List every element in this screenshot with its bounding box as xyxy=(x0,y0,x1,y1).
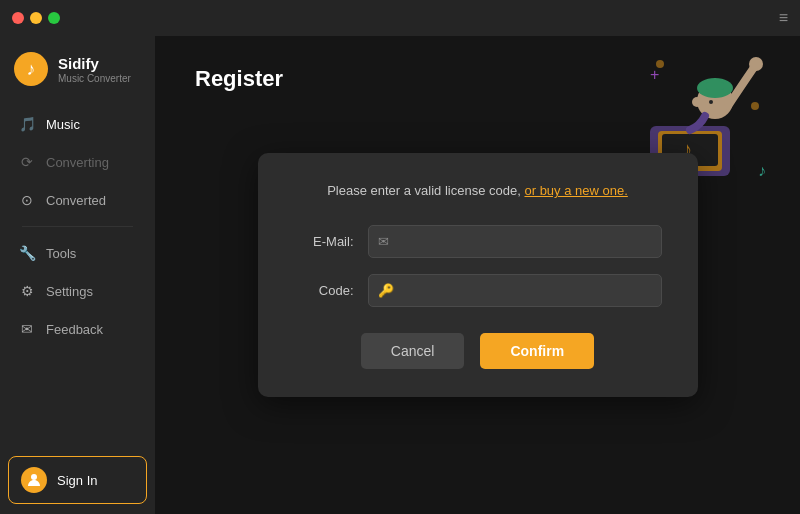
sidebar-item-label-settings: Settings xyxy=(46,284,93,299)
sidebar-item-tools[interactable]: 🔧 Tools xyxy=(8,235,147,271)
app-logo: ♪ Sidify Music Converter xyxy=(0,36,155,106)
sidebar-item-label-converting: Converting xyxy=(46,155,109,170)
sidebar: ♪ Sidify Music Converter 🎵 Music ⟳ Conve… xyxy=(0,36,155,514)
sidebar-item-settings[interactable]: ⚙ Settings xyxy=(8,273,147,309)
tools-icon: 🔧 xyxy=(18,244,36,262)
sidebar-item-label-converted: Converted xyxy=(46,193,106,208)
sidebar-bottom: Sign In xyxy=(0,448,155,504)
menu-icon[interactable]: ≡ xyxy=(779,9,788,27)
main-content: Register + ♪ ♪ xyxy=(155,36,800,514)
traffic-lights xyxy=(12,12,60,24)
sidebar-nav: 🎵 Music ⟳ Converting ⊙ Converted 🔧 Tools… xyxy=(0,106,155,448)
page-title: Register xyxy=(195,66,283,92)
register-modal: Please enter a valid license code, or bu… xyxy=(258,153,698,397)
cancel-button[interactable]: Cancel xyxy=(361,333,465,369)
sidebar-divider xyxy=(22,226,133,227)
close-button[interactable] xyxy=(12,12,24,24)
minimize-button[interactable] xyxy=(30,12,42,24)
email-label: E-Mail: xyxy=(294,234,354,249)
email-input-wrap: ✉ xyxy=(368,225,662,258)
sign-in-label: Sign In xyxy=(57,473,97,488)
sign-in-button[interactable]: Sign In xyxy=(8,456,147,504)
email-row: E-Mail: ✉ xyxy=(294,225,662,258)
sidebar-item-converted[interactable]: ⊙ Converted xyxy=(8,182,147,218)
email-icon: ✉ xyxy=(378,234,389,249)
logo-text: Sidify Music Converter xyxy=(58,55,131,84)
modal-hint-text: Please enter a valid license code, or bu… xyxy=(294,181,662,201)
modal-overlay: Please enter a valid license code, or bu… xyxy=(155,36,800,514)
svg-point-0 xyxy=(31,474,37,480)
titlebar: ≡ xyxy=(0,0,800,36)
sidebar-item-converting[interactable]: ⟳ Converting xyxy=(8,144,147,180)
modal-actions: Cancel Confirm xyxy=(294,333,662,369)
app-title: Sidify xyxy=(58,55,131,73)
code-input[interactable] xyxy=(368,274,662,307)
code-row: Code: 🔑 xyxy=(294,274,662,307)
sidebar-item-music[interactable]: 🎵 Music xyxy=(8,106,147,142)
converted-icon: ⊙ xyxy=(18,191,36,209)
converting-icon: ⟳ xyxy=(18,153,36,171)
maximize-button[interactable] xyxy=(48,12,60,24)
sidebar-item-label-music: Music xyxy=(46,117,80,132)
feedback-icon: ✉ xyxy=(18,320,36,338)
confirm-button[interactable]: Confirm xyxy=(480,333,594,369)
key-icon: 🔑 xyxy=(378,283,394,298)
settings-icon: ⚙ xyxy=(18,282,36,300)
music-icon: 🎵 xyxy=(18,115,36,133)
logo-icon: ♪ xyxy=(14,52,48,86)
sidebar-item-feedback[interactable]: ✉ Feedback xyxy=(8,311,147,347)
code-input-wrap: 🔑 xyxy=(368,274,662,307)
app-subtitle: Music Converter xyxy=(58,73,131,84)
buy-new-link[interactable]: or buy a new one. xyxy=(524,183,627,198)
app-body: ♪ Sidify Music Converter 🎵 Music ⟳ Conve… xyxy=(0,36,800,514)
sidebar-item-label-feedback: Feedback xyxy=(46,322,103,337)
code-label: Code: xyxy=(294,283,354,298)
sidebar-item-label-tools: Tools xyxy=(46,246,76,261)
email-input[interactable] xyxy=(368,225,662,258)
sign-in-avatar-icon xyxy=(21,467,47,493)
